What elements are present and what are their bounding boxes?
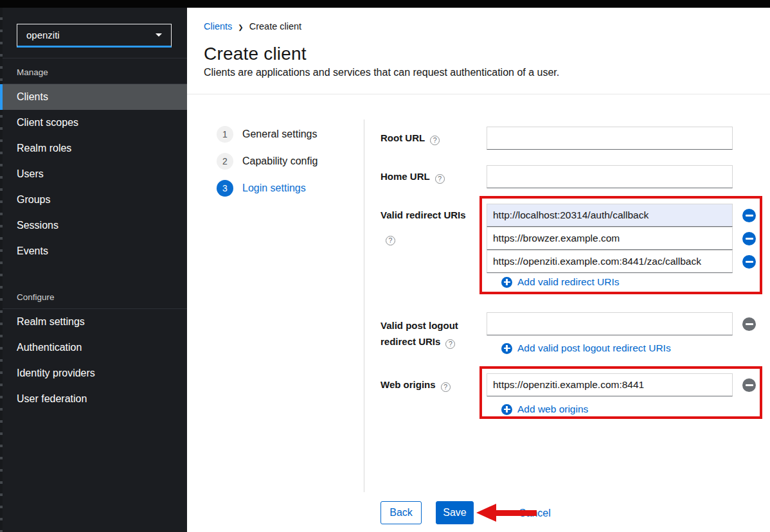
add-link-label: Add valid redirect URIs [517,276,620,288]
manage-nav-list: Clients Client scopes Realm roles Users … [0,84,187,264]
sidebar-item-groups[interactable]: Groups [0,187,187,213]
remove-redirect-uri-3-button[interactable] [742,255,756,269]
configure-nav-list: Realm settings Authentication Identity p… [0,309,187,412]
web-origins-input[interactable] [487,373,733,396]
field-label-web-origins: Web origins [381,373,478,396]
minus-circle-icon [742,209,756,222]
wizard-vertical-divider [364,120,364,492]
sidebar-item-clients[interactable]: Clients [0,84,187,110]
top-masthead [0,0,770,8]
field-label-valid-post-logout-redirect-uris: Valid post logout redirect URIs [381,317,478,350]
question-circle-icon[interactable] [386,236,395,245]
redirect-uri-row [487,227,756,250]
home-url-row [487,165,733,188]
page-title: Create client [204,44,307,64]
sidebar-item-client-scopes[interactable]: Client scopes [0,110,187,136]
wizard-step-capability-config[interactable]: 2 Capability config [217,153,318,170]
redirect-uri-row [487,250,756,273]
wizard-step-general-settings[interactable]: 1 General settings [217,126,318,143]
question-circle-icon[interactable] [435,174,445,184]
wizard-step-login-settings[interactable]: 3 Login settings [217,180,318,197]
arrow-head-icon [476,504,496,522]
sidebar-item-user-federation[interactable]: User federation [0,386,187,412]
wizard-steps: 1 General settings 2 Capability config 3… [217,126,318,197]
minus-circle-icon [742,317,756,331]
nav-section-manage: Manage [0,58,187,84]
step-number-badge: 2 [217,153,233,170]
sidebar-item-realm-settings[interactable]: Realm settings [0,309,187,335]
add-web-origins-link[interactable]: Add web origins [501,403,588,415]
field-label-text: Root URL [381,132,425,143]
question-circle-icon[interactable] [430,136,440,145]
field-label-root-url: Root URL [381,127,478,150]
step-number-badge: 3 [217,180,233,197]
field-label-valid-redirect-uris: Valid redirect URIs [381,204,478,250]
home-url-input[interactable] [487,165,733,188]
remove-redirect-uri-2-button[interactable] [742,232,756,245]
field-label-home-url: Home URL [381,165,478,188]
add-link-label: Add web origins [517,403,588,415]
sidebar-item-authentication[interactable]: Authentication [0,335,187,360]
step-label: Capability config [242,155,318,167]
sidebar-spacer [0,264,187,283]
question-circle-icon[interactable] [441,382,451,392]
web-origins-row [487,373,756,396]
realm-selector[interactable]: openziti [17,24,172,48]
sidebar-item-users[interactable]: Users [0,161,187,187]
back-button[interactable]: Back [381,501,422,524]
minus-circle-icon [742,232,756,245]
main-content: Clients Create client Create client Clie… [187,8,770,532]
plus-circle-icon [501,277,512,288]
field-label-text: Web origins [381,379,436,390]
remove-redirect-uri-1-button[interactable] [742,209,756,222]
field-label-text: Valid redirect URIs [381,209,466,220]
field-label-text: Home URL [381,171,430,182]
realm-selector-value: openziti [26,30,60,40]
sidebar: openziti Manage Clients Client scopes Re… [0,8,187,532]
post-logout-uri-input[interactable] [487,312,733,335]
question-circle-icon[interactable] [445,339,455,349]
step-label: General settings [242,129,318,140]
nav-section-configure: Configure [0,283,187,308]
step-number-badge: 1 [217,126,233,143]
save-button[interactable]: Save [436,501,474,524]
root-url-input[interactable] [487,127,733,150]
redirect-uri-input-3[interactable] [487,250,733,273]
plus-circle-icon [501,404,512,415]
sidebar-item-events[interactable]: Events [0,238,187,264]
plus-circle-icon [501,343,512,354]
post-logout-uri-row [487,312,756,335]
sidebar-item-identity-providers[interactable]: Identity providers [0,360,187,386]
add-valid-redirect-uris-link[interactable]: Add valid redirect URIs [501,276,620,288]
angle-right-icon [238,21,243,31]
cancel-link[interactable]: Cancel [519,508,551,519]
header-divider [187,94,770,94]
add-valid-post-logout-redirect-uris-link[interactable]: Add valid post logout redirect URIs [501,342,671,354]
sidebar-item-realm-roles[interactable]: Realm roles [0,136,187,161]
redirect-uri-input-2[interactable] [487,227,733,250]
minus-circle-icon [742,378,756,392]
minus-circle-icon [742,255,756,269]
breadcrumb-current: Create client [249,21,301,31]
add-link-label: Add valid post logout redirect URIs [517,342,671,354]
sidebar-item-sessions[interactable]: Sessions [0,213,187,238]
page-description: Clients are applications and services th… [204,67,559,78]
step-label: Login settings [242,182,306,194]
remove-post-logout-uri-button [742,317,756,331]
root-url-row [487,127,733,150]
caret-down-icon [156,33,162,37]
redirect-uri-input-1[interactable] [487,204,733,227]
remove-web-origin-button [742,378,756,392]
breadcrumb-link-clients[interactable]: Clients [204,21,232,31]
redirect-uri-row [487,204,756,227]
breadcrumb: Clients Create client [204,21,301,31]
